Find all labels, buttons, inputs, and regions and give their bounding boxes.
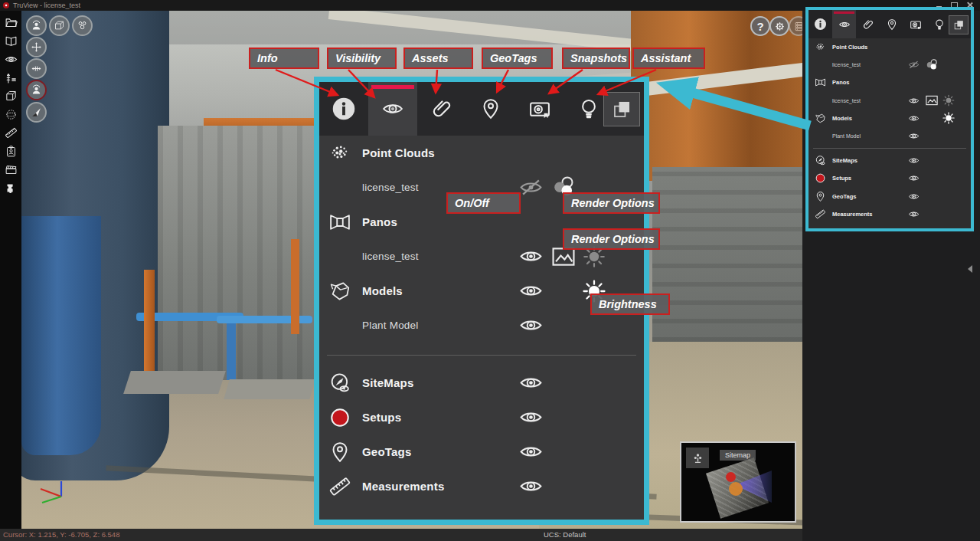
pin-icon — [886, 18, 898, 31]
callout-brightness: Brightness — [590, 293, 670, 315]
sitemap-select-button[interactable] — [686, 448, 709, 468]
model-icon — [815, 113, 826, 124]
ucs-label: UCS: Default — [544, 529, 586, 541]
coordinates-tool-icon[interactable] — [5, 71, 18, 84]
multi-setup-button[interactable] — [72, 15, 93, 36]
eye-icon — [838, 18, 851, 31]
plugins-icon[interactable] — [5, 182, 18, 195]
help-button[interactable]: ? — [750, 16, 770, 36]
pan-horizontal-button[interactable] — [26, 58, 47, 79]
tab-geotags[interactable] — [466, 82, 515, 136]
visibility-toggle-on[interactable] — [515, 313, 546, 337]
view-cube-icon[interactable] — [5, 90, 18, 103]
window-title: TruView - license_test — [13, 0, 80, 11]
tab-visibility[interactable] — [832, 10, 856, 38]
visibility-toggle-on[interactable] — [515, 244, 546, 268]
visibility-toggle-on[interactable] — [905, 130, 922, 142]
undock-panel-button[interactable] — [949, 15, 969, 34]
row-geotags: GeoTags — [319, 434, 644, 469]
visibility-toggle-on[interactable] — [515, 371, 546, 395]
render-options-button[interactable] — [925, 58, 939, 72]
tab-info[interactable] — [808, 10, 832, 38]
geotag-pin-icon — [815, 191, 826, 202]
pano-mode-button[interactable] — [26, 15, 47, 36]
current-position-marker — [729, 482, 743, 496]
eye-icon — [381, 97, 404, 120]
brightness-button[interactable] — [942, 111, 956, 125]
cube-icon — [54, 20, 65, 31]
sidebar-collapse-arrow[interactable] — [968, 265, 972, 273]
layers-icon — [612, 99, 632, 120]
tab-assistant[interactable] — [927, 10, 951, 38]
visibility-toggle-on[interactable] — [905, 155, 922, 166]
visibility-toggle-off[interactable] — [905, 59, 922, 70]
visibility-toggle-on[interactable] — [905, 191, 922, 202]
visibility-toggle-on[interactable] — [515, 405, 546, 429]
left-toolbar — [0, 11, 21, 541]
pan-icon — [31, 41, 42, 53]
callout-geotags: GeoTags — [482, 48, 553, 69]
camera-icon — [528, 97, 551, 120]
geotag-tool-icon[interactable] — [5, 145, 18, 158]
visibility-toggle-on[interactable] — [515, 279, 546, 303]
snapshot-tool-icon[interactable] — [5, 163, 18, 176]
paperclip-icon — [430, 97, 453, 120]
callout-render-options-pano: Render Options — [563, 228, 660, 250]
tab-snapshots[interactable] — [515, 82, 564, 136]
pano-view-icon[interactable] — [5, 34, 18, 48]
eye-on-icon — [519, 279, 543, 303]
callout-visibility: Visibility — [327, 48, 397, 69]
info-icon — [330, 95, 358, 123]
truview-app: TruView - license_test — [0, 0, 980, 541]
camera-icon — [910, 18, 922, 31]
tab-visibility[interactable] — [368, 82, 417, 136]
tab-snapshots[interactable] — [903, 10, 927, 38]
sitemap-minimap[interactable]: Sitemap — [680, 441, 796, 523]
eye-on-icon — [519, 244, 543, 268]
eye-on-icon — [519, 313, 543, 337]
lightbulb-icon — [933, 18, 946, 31]
eye-on-icon — [908, 130, 920, 142]
eye-on-icon — [908, 95, 920, 107]
visibility-toggle-on[interactable] — [515, 474, 546, 498]
undock-panel-button[interactable] — [603, 92, 640, 126]
settings-button[interactable] — [769, 16, 789, 36]
eye-on-icon — [908, 155, 920, 166]
tab-info[interactable] — [319, 82, 368, 136]
brightness-dim-icon[interactable] — [942, 93, 956, 107]
paperclip-icon — [862, 18, 874, 31]
eye-on-icon — [519, 405, 543, 429]
eye-on-icon — [519, 371, 543, 395]
pan-button[interactable] — [26, 37, 47, 57]
point-cloud-icon — [815, 41, 826, 53]
visibility-toggle-on[interactable] — [515, 440, 546, 464]
visibility-tool-icon[interactable] — [5, 53, 18, 66]
pin-icon — [479, 97, 502, 120]
cursor-coordinates: Cursor: X: 1.215, Y: -6.705, Z: 6.548 — [3, 529, 119, 541]
eye-off-icon — [519, 175, 543, 199]
cube-mode-button[interactable] — [49, 15, 70, 36]
pan-horizontal-icon — [31, 63, 42, 74]
eye-off-icon — [908, 59, 920, 70]
walk-mode-button-active[interactable] — [26, 80, 47, 100]
callout-assistant: Assistant — [632, 48, 705, 69]
setups-icon — [815, 172, 826, 184]
visibility-toggle-on[interactable] — [905, 172, 922, 184]
gear-icon — [774, 21, 786, 32]
limit-box-icon[interactable] — [5, 108, 18, 121]
callout-render-options-pointcloud: Render Options — [563, 192, 660, 214]
eye-on-icon — [519, 440, 543, 464]
visibility-toggle-on[interactable] — [905, 95, 922, 107]
panel-tab-bar — [319, 82, 644, 136]
tab-assets[interactable] — [417, 82, 466, 136]
measure-tool-icon[interactable] — [5, 126, 18, 139]
visibility-toggle-on[interactable] — [905, 113, 922, 124]
pano-render-options-button[interactable] — [925, 93, 939, 107]
visibility-toggle-on[interactable] — [905, 208, 922, 220]
geotag-pin-icon — [328, 441, 351, 464]
open-project-icon[interactable] — [5, 16, 18, 29]
ruler-icon — [815, 208, 826, 220]
tab-assets[interactable] — [856, 10, 880, 38]
orient-north-button[interactable] — [26, 102, 47, 123]
tab-geotags[interactable] — [880, 10, 903, 38]
